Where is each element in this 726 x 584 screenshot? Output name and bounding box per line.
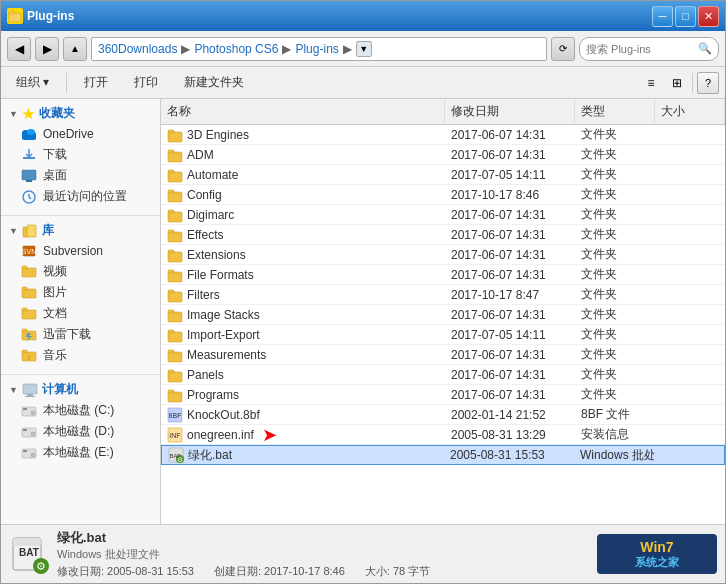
sidebar-item-documents[interactable]: 文档 <box>1 303 160 324</box>
file-name: Import-Export <box>187 328 260 342</box>
up-button[interactable]: ▲ <box>63 37 87 61</box>
table-row[interactable]: ⚙BAT 绿化.bat 2005-08-31 15:53 Windows 批处理… <box>161 445 725 465</box>
window-icon <box>7 8 23 24</box>
back-button[interactable]: ◀ <box>7 37 31 61</box>
path-part-3[interactable]: Plug-ins <box>295 42 338 56</box>
table-row[interactable]: File Formats 2017-06-07 14:31 文件夹 <box>161 265 725 285</box>
col-name[interactable]: 名称 <box>161 99 445 124</box>
sidebar-item-onedrive[interactable]: OneDrive <box>1 124 160 144</box>
forward-button[interactable]: ▶ <box>35 37 59 61</box>
svg-rect-62 <box>168 392 182 402</box>
table-row[interactable]: Config 2017-10-17 8:46 文件夹 <box>161 185 725 205</box>
file-name: Extensions <box>187 248 246 262</box>
svg-rect-59 <box>168 350 174 353</box>
table-row[interactable]: ADM 2017-06-07 14:31 文件夹 <box>161 145 725 165</box>
file-modified-cell: 2017-06-07 14:31 <box>445 306 575 324</box>
path-part-1[interactable]: 360Downloads <box>98 42 177 56</box>
file-name-cell: Config <box>161 185 445 205</box>
maximize-button[interactable]: □ <box>675 6 696 27</box>
sidebar-item-pictures[interactable]: 图片 <box>1 282 160 303</box>
disk-d-icon <box>21 424 37 440</box>
search-box[interactable]: 🔍 <box>579 37 719 61</box>
table-row[interactable]: Filters 2017-10-17 8:47 文件夹 <box>161 285 725 305</box>
search-icon[interactable]: 🔍 <box>698 42 712 55</box>
close-button[interactable]: ✕ <box>698 6 719 27</box>
table-row[interactable]: Extensions 2017-06-07 14:31 文件夹 <box>161 245 725 265</box>
table-row[interactable]: INF onegreen.inf ➤ 2005-08-31 13:29 安装信息 <box>161 425 725 445</box>
status-size: 大小: 78 字节 <box>365 564 430 579</box>
folder-icon <box>167 147 183 163</box>
path-part-2[interactable]: Photoshop CS6 <box>194 42 278 56</box>
table-row[interactable]: 3D Engines 2017-06-07 14:31 文件夹 <box>161 125 725 145</box>
status-info: 绿化.bat Windows 批处理文件 修改日期: 2005-08-31 15… <box>57 529 589 579</box>
file-size-cell <box>655 273 725 277</box>
help-button[interactable]: ? <box>697 72 719 94</box>
file-modified-cell: 2005-08-31 13:29 <box>445 426 575 444</box>
library-header[interactable]: ▼ 库 <box>1 220 160 241</box>
music-icon: ♪ <box>21 348 37 364</box>
folder-icon <box>167 167 183 183</box>
sidebar-item-desktop[interactable]: 桌面 <box>1 165 160 186</box>
search-input[interactable] <box>586 43 698 55</box>
path-dropdown-arrow[interactable]: ▼ <box>356 41 372 57</box>
file-modified-cell: 2017-07-05 14:11 <box>445 166 575 184</box>
table-row[interactable]: Programs 2017-06-07 14:31 文件夹 <box>161 385 725 405</box>
file-type-cell: 文件夹 <box>575 364 655 385</box>
refresh-button[interactable]: ⟳ <box>551 37 575 61</box>
favorites-section: ▼ ★ 收藏夹 OneDrive 下载 桌面 最 <box>1 103 160 207</box>
svg-rect-31 <box>23 429 27 431</box>
svg-rect-7 <box>26 180 32 182</box>
table-row[interactable]: Image Stacks 2017-06-07 14:31 文件夹 <box>161 305 725 325</box>
svg-rect-46 <box>168 232 182 242</box>
sidebar-item-disk-c[interactable]: 本地磁盘 (C:) <box>1 400 160 421</box>
table-row[interactable]: Import-Export 2017-07-05 14:11 文件夹 <box>161 325 725 345</box>
file-size-cell <box>655 353 725 357</box>
sidebar-item-thunder[interactable]: 迅雷下载 <box>1 324 160 345</box>
sidebar-item-music[interactable]: ♪ 音乐 <box>1 345 160 366</box>
file-type-cell: 安装信息 <box>575 424 655 445</box>
col-size[interactable]: 大小 <box>655 99 725 124</box>
view-grid-button[interactable]: ⊞ <box>666 72 688 94</box>
table-row[interactable]: Effects 2017-06-07 14:31 文件夹 <box>161 225 725 245</box>
file-type-cell: 文件夹 <box>575 344 655 365</box>
folder-icon <box>167 347 183 363</box>
sidebar-item-downloads[interactable]: 下载 <box>1 144 160 165</box>
win-logo-text: Win7 系统之家 <box>635 539 679 569</box>
sidebar-item-disk-d[interactable]: 本地磁盘 (D:) <box>1 421 160 442</box>
organize-button[interactable]: 组织 ▾ <box>7 70 58 95</box>
svg-text:BAT: BAT <box>169 453 181 459</box>
svg-rect-56 <box>168 332 182 342</box>
svg-rect-38 <box>168 152 182 162</box>
thunder-icon <box>21 327 37 343</box>
table-row[interactable]: Automate 2017-07-05 14:11 文件夹 <box>161 165 725 185</box>
file-list-container: 名称 修改日期 类型 大小 3D Engines 2017-06-07 14:3… <box>161 99 725 524</box>
library-section: ▼ 库 SVN Subversion 视频 图片 <box>1 220 160 366</box>
print-button[interactable]: 打印 <box>125 70 167 95</box>
open-button[interactable]: 打开 <box>75 70 117 95</box>
col-type[interactable]: 类型 <box>575 99 655 124</box>
sidebar-item-recent[interactable]: 最近访问的位置 <box>1 186 160 207</box>
file-name-cell: Image Stacks <box>161 305 445 325</box>
table-row[interactable]: Measurements 2017-06-07 14:31 文件夹 <box>161 345 725 365</box>
disk-c-label: 本地磁盘 (C:) <box>43 402 114 419</box>
col-modified[interactable]: 修改日期 <box>445 99 575 124</box>
file-name: Automate <box>187 168 238 182</box>
computer-header[interactable]: ▼ 计算机 <box>1 379 160 400</box>
file-size-cell <box>655 193 725 197</box>
address-path[interactable]: 360Downloads ▶ Photoshop CS6 ▶ Plug-ins … <box>91 37 547 61</box>
favorites-header[interactable]: ▼ ★ 收藏夹 <box>1 103 160 124</box>
table-row[interactable]: Panels 2017-06-07 14:31 文件夹 <box>161 365 725 385</box>
svg-rect-28 <box>23 408 27 410</box>
minimize-button[interactable]: ─ <box>652 6 673 27</box>
file-name: Measurements <box>187 348 266 362</box>
sidebar-item-videos[interactable]: 视频 <box>1 261 160 282</box>
subversion-icon: SVN <box>21 243 37 259</box>
toolbar-separator-2 <box>692 73 693 93</box>
file-list-body[interactable]: 3D Engines 2017-06-07 14:31 文件夹 ADM 2017… <box>161 125 725 524</box>
new-folder-button[interactable]: 新建文件夹 <box>175 70 253 95</box>
sidebar-item-disk-e[interactable]: 本地磁盘 (E:) <box>1 442 160 463</box>
sidebar-item-subversion[interactable]: SVN Subversion <box>1 241 160 261</box>
view-list-button[interactable]: ≡ <box>640 72 662 94</box>
file-size-cell <box>655 313 725 317</box>
table-row[interactable]: Digimarc 2017-06-07 14:31 文件夹 <box>161 205 725 225</box>
